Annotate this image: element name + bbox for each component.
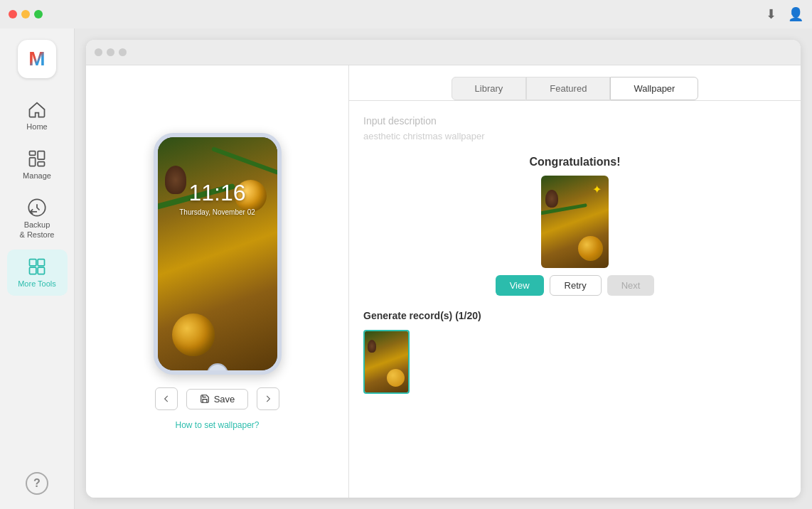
save-label: Save	[214, 394, 235, 404]
more-tools-icon	[27, 257, 47, 277]
records-title: Generate record(s) (1/20)	[363, 310, 786, 321]
minimize-button[interactable]	[21, 10, 30, 18]
tab-wallpaper[interactable]: Wallpaper	[610, 77, 698, 100]
inner-body: 11:16 Thursday, November 02	[86, 65, 801, 498]
user-icon[interactable]: 👤	[788, 6, 803, 22]
inner-tl-1	[95, 48, 102, 56]
congrats-actions: View Retry Next	[496, 275, 655, 296]
phone-preview-area: 11:16 Thursday, November 02	[86, 65, 349, 498]
rt-ornament	[387, 369, 405, 387]
ci-star-icon: ✦	[592, 183, 602, 196]
save-button[interactable]: Save	[186, 389, 249, 409]
next-button[interactable]: Next	[607, 275, 655, 296]
panel-content: Input description aesthetic christmas wa…	[349, 101, 801, 498]
phone-mockup: 11:16 Thursday, November 02	[154, 133, 282, 375]
sidebar: M Home Manage Backup& Rest	[0, 28, 75, 509]
retry-button[interactable]: Retry	[550, 275, 602, 296]
ornament-1	[172, 314, 215, 356]
download-icon[interactable]: ⬇	[766, 6, 776, 22]
manage-icon	[27, 149, 47, 168]
tab-library[interactable]: Library	[452, 77, 527, 100]
svg-rect-1	[30, 158, 36, 166]
manage-label: Manage	[23, 171, 51, 181]
tab-featured[interactable]: Featured	[526, 77, 610, 100]
phone-wallpaper: 11:16 Thursday, November 02	[158, 137, 277, 370]
svg-rect-7	[38, 267, 44, 274]
svg-rect-5	[38, 259, 44, 265]
phone-screen: 11:16 Thursday, November 02	[158, 137, 277, 370]
close-button[interactable]	[9, 10, 17, 18]
logo-button[interactable]: M	[18, 40, 56, 78]
records-section: Generate record(s) (1/20)	[363, 310, 786, 394]
view-button[interactable]: View	[496, 275, 544, 296]
sidebar-item-more-tools[interactable]: More Tools	[7, 250, 68, 296]
input-description-text: aesthetic christmas wallpaper	[363, 131, 786, 141]
traffic-lights	[9, 10, 43, 18]
sidebar-item-manage[interactable]: Manage	[7, 141, 68, 188]
ci-ornament	[578, 236, 603, 261]
howto-link[interactable]: How to set wallpaper?	[175, 420, 259, 430]
title-bar-actions: ⬇ 👤	[766, 6, 803, 22]
backup-icon	[27, 198, 47, 218]
pine-cone	[165, 166, 186, 194]
record-thumbnail-1[interactable]	[363, 330, 410, 394]
maximize-button[interactable]	[34, 10, 43, 18]
inner-tl-2	[107, 48, 114, 56]
svg-rect-3	[38, 162, 44, 166]
backup-label: Backup& Restore	[20, 220, 55, 239]
record-thumb-bg	[365, 331, 408, 392]
tabs-bar: Library Featured Wallpaper	[349, 65, 801, 101]
inner-window: 11:16 Thursday, November 02	[86, 40, 801, 498]
input-description-label: Input description	[363, 115, 786, 127]
congrats-wallpaper-bg: ✦	[541, 176, 609, 268]
app-layout: M Home Manage Backup& Rest	[0, 28, 812, 509]
home-label: Home	[26, 122, 47, 132]
phone-navigation: Save	[155, 387, 280, 410]
input-description-area: Input description aesthetic christmas wa…	[363, 115, 786, 141]
congrats-title: Congratulations!	[530, 156, 621, 168]
inner-tl-3	[119, 48, 127, 56]
pine-branch-2	[210, 146, 277, 175]
right-panel: Library Featured Wallpaper Input descrip…	[349, 65, 801, 498]
records-grid	[363, 330, 786, 394]
svg-rect-4	[30, 259, 36, 265]
inner-title-bar	[86, 40, 801, 65]
sidebar-item-backup[interactable]: Backup& Restore	[7, 191, 68, 246]
next-nav-button[interactable]	[257, 387, 279, 410]
more-tools-label: More Tools	[18, 279, 56, 289]
sidebar-item-home[interactable]: Home	[7, 92, 68, 139]
logo-icon: M	[28, 48, 45, 70]
congrats-image: ✦	[541, 176, 609, 268]
phone-time: 11:16	[188, 180, 245, 206]
svg-rect-6	[30, 267, 36, 274]
prev-button[interactable]	[155, 387, 178, 410]
svg-rect-2	[38, 151, 44, 160]
main-content: 11:16 Thursday, November 02	[75, 28, 812, 509]
help-label: ?	[33, 477, 41, 490]
rt-pine-cone	[368, 340, 376, 353]
svg-rect-0	[30, 151, 36, 156]
ci-pine-cone	[545, 190, 558, 208]
congratulations-section: Congratulations! ✦ View	[363, 156, 786, 296]
title-bar: ⬇ 👤	[0, 0, 812, 28]
home-icon	[27, 100, 47, 119]
phone-date: Thursday, November 02	[179, 208, 255, 216]
help-button[interactable]: ?	[26, 472, 48, 495]
